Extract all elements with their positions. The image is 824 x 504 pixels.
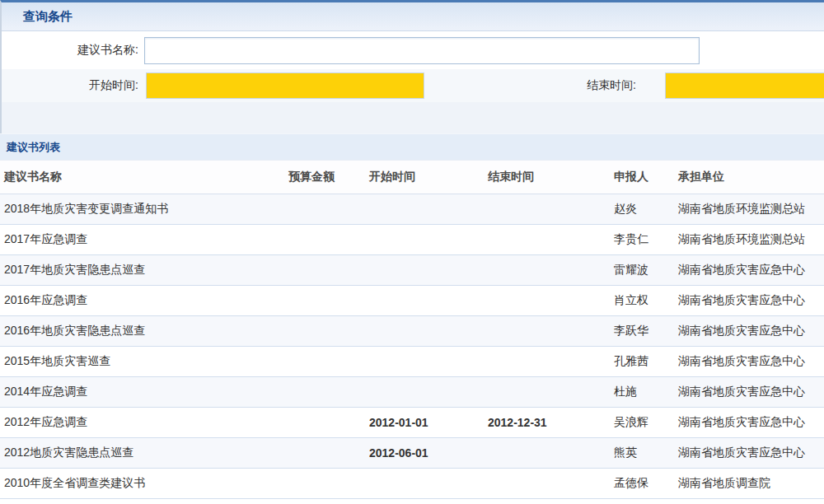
table-row[interactable]: 2012地质灾害隐患点巡查 2012-06-01 熊英 湖南省地质灾害应急中心 [0, 437, 824, 468]
cell-start-time: 2012-01-01 [365, 407, 484, 437]
cell-proposal-name: 2010年度全省调查类建议书 [0, 468, 284, 498]
cell-applicant: 赵炎 [610, 194, 674, 224]
end-time-label: 结束时间: [424, 78, 636, 93]
cell-end-time [484, 224, 610, 254]
cell-budget [284, 437, 365, 468]
cell-applicant: 肖立权 [610, 285, 674, 315]
cell-applicant: 李跃华 [610, 315, 674, 346]
cell-applicant: 吴浪辉 [610, 407, 674, 437]
cell-proposal-name: 2016年地质灾害隐患点巡查 [0, 315, 284, 346]
cell-applicant: 杜施 [610, 376, 674, 407]
cell-end-time [484, 346, 610, 376]
cell-unit: 湖南省地质灾害应急中心 [674, 376, 824, 407]
cell-budget [284, 376, 365, 407]
cell-unit: 湖南省地质灾害应急中心 [674, 254, 824, 285]
column-header-budget: 预算金额 [284, 161, 365, 194]
start-time-label: 开始时间: [2, 78, 138, 93]
proposal-list-panel: 建议书列表 建议书名称 预算金额 开始时间 结束时间 申报人 承担单位 2018… [0, 133, 824, 499]
table-header-row: 建议书名称 预算金额 开始时间 结束时间 申报人 承担单位 [0, 161, 824, 194]
cell-unit: 湖南省地质灾害应急中心 [674, 315, 824, 346]
cell-end-time [484, 194, 610, 224]
cell-start-time [365, 468, 484, 498]
query-conditions-panel: 查询条件 建议书名称: 开始时间: 结束时间: [0, 0, 824, 102]
start-time-input[interactable] [146, 72, 424, 99]
column-header-start-time: 开始时间 [365, 161, 484, 194]
cell-unit: 湖南省地质灾害应急中心 [674, 285, 824, 315]
cell-budget [284, 468, 365, 498]
table-row[interactable]: 2010年度全省调查类建议书 孟德保 湖南省地质调查院 [0, 468, 824, 498]
cell-start-time [365, 315, 484, 346]
cell-budget [284, 194, 365, 224]
cell-unit: 湖南省地质灾害应急中心 [674, 407, 824, 437]
cell-start-time [365, 376, 484, 407]
cell-end-time [484, 376, 610, 407]
cell-end-time [484, 285, 610, 315]
cell-end-time: 2012-12-31 [484, 407, 610, 437]
cell-end-time [484, 468, 610, 498]
cell-start-time [365, 346, 484, 376]
table-row[interactable]: 2016年地质灾害隐患点巡查 李跃华 湖南省地质灾害应急中心 [0, 315, 824, 346]
cell-proposal-name: 2012地质灾害隐患点巡查 [0, 437, 284, 468]
cell-unit: 湖南省地质调查院 [674, 468, 824, 498]
cell-applicant: 李贵仁 [610, 224, 674, 254]
cell-proposal-name: 2012年应急调查 [0, 407, 284, 437]
proposal-table-body: 2018年地质灾害变更调查通知书 赵炎 湖南省地质环境监测总站 2017年应急调… [0, 194, 824, 498]
cell-budget [284, 346, 365, 376]
end-time-input[interactable] [665, 72, 824, 99]
cell-budget [284, 285, 365, 315]
column-header-end-time: 结束时间 [484, 161, 610, 194]
cell-end-time [484, 254, 610, 285]
cell-proposal-name: 2014年应急调查 [0, 376, 284, 407]
cell-proposal-name: 2015年地质灾害巡查 [0, 346, 284, 376]
cell-unit: 湖南省地质灾害应急中心 [674, 437, 824, 468]
cell-start-time [365, 285, 484, 315]
cell-start-time: 2012-06-01 [365, 437, 484, 468]
proposal-name-row: 建议书名称: [2, 31, 824, 69]
table-row[interactable]: 2015年地质灾害巡查 孔雅茜 湖南省地质灾害应急中心 [0, 346, 824, 376]
cell-unit: 湖南省地质环境监测总站 [674, 224, 824, 254]
table-row[interactable]: 2017年地质灾害隐患点巡查 雷耀波 湖南省地质灾害应急中心 [0, 254, 824, 285]
query-panel-header: 查询条件 [2, 2, 824, 31]
cell-unit: 湖南省地质环境监测总站 [674, 194, 824, 224]
column-header-proposal-name: 建议书名称 [0, 161, 284, 194]
cell-budget [284, 224, 365, 254]
table-row[interactable]: 2018年地质灾害变更调查通知书 赵炎 湖南省地质环境监测总站 [0, 194, 824, 224]
column-header-unit: 承担单位 [674, 161, 824, 194]
cell-budget [284, 315, 365, 346]
cell-start-time [365, 254, 484, 285]
list-panel-title: 建议书列表 [7, 140, 60, 155]
list-panel-header: 建议书列表 [0, 133, 824, 161]
proposal-name-label: 建议书名称: [2, 43, 138, 58]
cell-proposal-name: 2016年应急调查 [0, 285, 284, 315]
proposal-name-input[interactable] [144, 37, 700, 64]
cell-start-time [365, 194, 484, 224]
table-row[interactable]: 2014年应急调查 杜施 湖南省地质灾害应急中心 [0, 376, 824, 407]
cell-proposal-name: 2017年地质灾害隐患点巡查 [0, 254, 284, 285]
cell-end-time [484, 437, 610, 468]
time-range-row: 开始时间: 结束时间: [2, 69, 824, 102]
cell-applicant: 雷耀波 [610, 254, 674, 285]
cell-proposal-name: 2017年应急调查 [0, 224, 284, 254]
cell-budget [284, 407, 365, 437]
table-row[interactable]: 2016年应急调查 肖立权 湖南省地质灾害应急中心 [0, 285, 824, 315]
cell-end-time [484, 315, 610, 346]
cell-applicant: 熊英 [610, 437, 674, 468]
proposal-table: 建议书名称 预算金额 开始时间 结束时间 申报人 承担单位 2018年地质灾害变… [0, 161, 824, 499]
cell-unit: 湖南省地质灾害应急中心 [674, 346, 824, 376]
column-header-applicant: 申报人 [610, 161, 674, 194]
table-row[interactable]: 2017年应急调查 李贵仁 湖南省地质环境监测总站 [0, 224, 824, 254]
query-panel-title: 查询条件 [23, 9, 73, 25]
cell-proposal-name: 2018年地质灾害变更调查通知书 [0, 194, 284, 224]
cell-applicant: 孔雅茜 [610, 346, 674, 376]
cell-applicant: 孟德保 [610, 468, 674, 498]
cell-start-time [365, 224, 484, 254]
panel-spacer [0, 102, 824, 133]
table-row[interactable]: 2012年应急调查 2012-01-01 2012-12-31 吴浪辉 湖南省地… [0, 407, 824, 437]
cell-budget [284, 254, 365, 285]
